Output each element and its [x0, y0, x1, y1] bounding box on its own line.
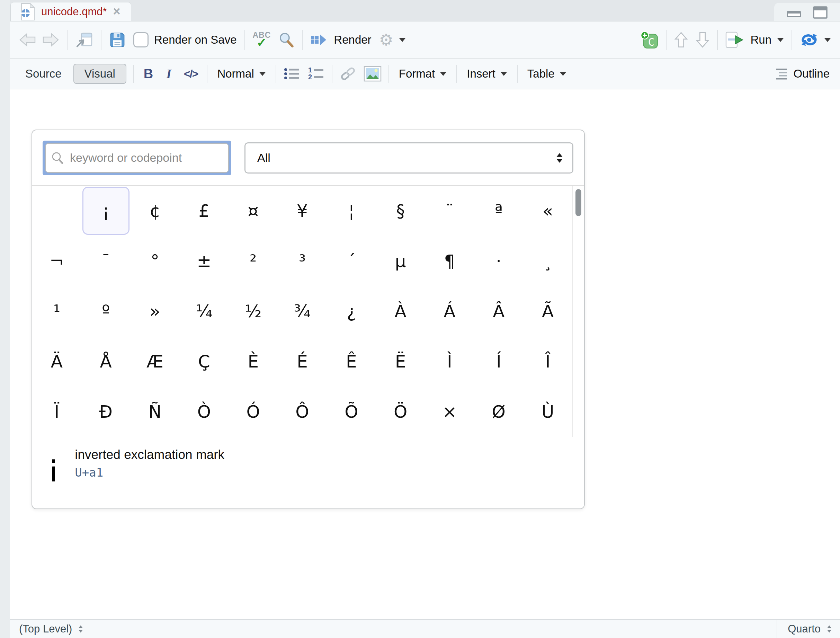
char-cell[interactable]: ª	[474, 186, 523, 236]
paragraph-style-value: Normal	[217, 67, 254, 81]
dialog-header: All	[32, 130, 584, 186]
image-icon[interactable]	[363, 66, 382, 82]
separator	[332, 65, 332, 83]
char-cell[interactable]: ¿	[327, 286, 376, 336]
char-cell[interactable]: ¹	[32, 286, 81, 336]
select-updown-icon	[556, 152, 563, 163]
char-cell[interactable]	[32, 186, 81, 236]
char-cell[interactable]: º	[81, 286, 131, 336]
category-select[interactable]: All	[245, 142, 573, 174]
bullet-list-icon[interactable]	[283, 66, 300, 81]
forward-icon[interactable]	[42, 33, 59, 47]
maximize-pane-icon[interactable]	[812, 5, 828, 19]
char-cell[interactable]: Ô	[278, 387, 327, 437]
char-cell[interactable]: ×	[425, 387, 474, 437]
bold-button[interactable]: B	[141, 66, 156, 81]
open-in-new-window-icon[interactable]	[75, 32, 93, 48]
save-icon[interactable]	[109, 32, 126, 48]
char-cell[interactable]: Ë	[376, 336, 425, 387]
char-cell[interactable]: ¾	[278, 286, 327, 336]
char-cell[interactable]: Ð	[81, 387, 131, 437]
format-menu[interactable]: Format	[396, 67, 450, 81]
scope-selector[interactable]: (Top Level)	[10, 620, 84, 638]
char-cell[interactable]: ¼	[179, 286, 229, 336]
search-magnifier-icon[interactable]	[278, 32, 294, 48]
tab-close-icon[interactable]: ×	[113, 5, 120, 18]
char-cell[interactable]: ¯	[81, 236, 131, 286]
render-on-save-checkbox[interactable]	[133, 32, 148, 47]
visual-editor-canvas[interactable]: All ¡¢£¤¥¦§¨ª«¬¯°±²³´µ¶·¸¹º»¼½¾¿ÀÁÂÃÄÅÆÇ…	[10, 89, 840, 619]
separator	[207, 65, 207, 83]
char-cell[interactable]: Â	[474, 286, 523, 336]
char-cell[interactable]: ¢	[131, 186, 180, 236]
char-cell[interactable]: È	[229, 336, 278, 387]
char-cell[interactable]: Å	[81, 336, 131, 387]
char-cell[interactable]: µ	[376, 236, 425, 286]
insert-menu[interactable]: Insert	[464, 67, 510, 81]
char-cell[interactable]: £	[179, 186, 229, 236]
source-mode-button[interactable]: Source	[21, 67, 66, 81]
char-cell[interactable]: Ã	[523, 286, 572, 336]
char-cell[interactable]: Æ	[131, 336, 180, 387]
code-button[interactable]: </>	[182, 68, 200, 81]
char-cell[interactable]: Ä	[32, 336, 81, 387]
char-cell[interactable]: ¨	[425, 186, 474, 236]
italic-button[interactable]: I	[163, 66, 175, 81]
char-cell[interactable]: Ì	[425, 336, 474, 387]
char-cell[interactable]: Á	[425, 286, 474, 336]
char-cell[interactable]: ´	[327, 236, 376, 286]
char-cell[interactable]: ½	[229, 286, 278, 336]
run-previous-chunks-icon[interactable]	[674, 32, 688, 48]
insert-chunk-icon[interactable]: C	[640, 31, 658, 49]
char-cell[interactable]: Ò	[179, 387, 229, 437]
char-cell[interactable]: °	[131, 236, 180, 286]
char-cell[interactable]: Ï	[32, 387, 81, 437]
char-cell[interactable]: Î	[523, 336, 572, 387]
scrollbar-track[interactable]	[572, 186, 584, 437]
scrollbar-thumb[interactable]	[575, 189, 581, 216]
back-icon[interactable]	[19, 33, 36, 47]
tab-unicode-qmd[interactable]: unicode.qmd* ×	[10, 2, 131, 21]
char-cell[interactable]: ¬	[32, 236, 81, 286]
char-cell[interactable]: ±	[179, 236, 229, 286]
char-cell[interactable]: Ö	[376, 387, 425, 437]
document-mode-selector[interactable]: Quarto	[777, 620, 840, 638]
char-cell[interactable]: ¶	[425, 236, 474, 286]
char-cell[interactable]: ¸	[523, 236, 572, 286]
char-cell[interactable]: ·	[474, 236, 523, 286]
char-cell[interactable]: Õ	[327, 387, 376, 437]
char-cell[interactable]: ³	[278, 236, 327, 286]
rerun-button[interactable]	[800, 32, 831, 47]
char-cell[interactable]: É	[278, 336, 327, 387]
char-cell[interactable]: Ê	[327, 336, 376, 387]
char-cell[interactable]: Ç	[179, 336, 229, 387]
char-cell[interactable]: «	[523, 186, 572, 236]
render-options-button[interactable]: ⚙	[379, 32, 406, 48]
char-cell[interactable]: Ø	[474, 387, 523, 437]
char-cell[interactable]: À	[376, 286, 425, 336]
search-input[interactable]	[45, 143, 229, 173]
outline-toggle[interactable]: Outline	[775, 67, 830, 81]
render-button[interactable]: Render	[310, 33, 371, 47]
char-cell[interactable]: Ñ	[131, 387, 180, 437]
char-cell[interactable]: ²	[229, 236, 278, 286]
paragraph-style-dropdown[interactable]: Normal	[214, 67, 268, 81]
char-cell[interactable]: ¡	[82, 187, 129, 235]
char-cell[interactable]: Í	[474, 336, 523, 387]
link-icon[interactable]	[339, 65, 357, 82]
minimize-pane-icon[interactable]	[786, 6, 802, 18]
char-cell[interactable]: »	[131, 286, 180, 336]
separator	[717, 30, 718, 50]
run-button[interactable]: Run	[725, 32, 784, 48]
char-cell[interactable]: ¤	[229, 186, 278, 236]
run-next-chunk-icon[interactable]	[696, 32, 709, 48]
table-menu[interactable]: Table	[524, 67, 569, 81]
char-cell[interactable]: Ó	[229, 387, 278, 437]
char-cell[interactable]: §	[376, 186, 425, 236]
numbered-list-icon[interactable]: 1 2	[308, 66, 325, 81]
char-cell[interactable]: ¥	[278, 186, 327, 236]
char-cell[interactable]: ¦	[327, 186, 376, 236]
spellcheck-icon[interactable]: ABC ✓	[253, 31, 271, 49]
visual-mode-button[interactable]: Visual	[73, 64, 126, 84]
char-cell[interactable]: Ù	[523, 387, 572, 437]
